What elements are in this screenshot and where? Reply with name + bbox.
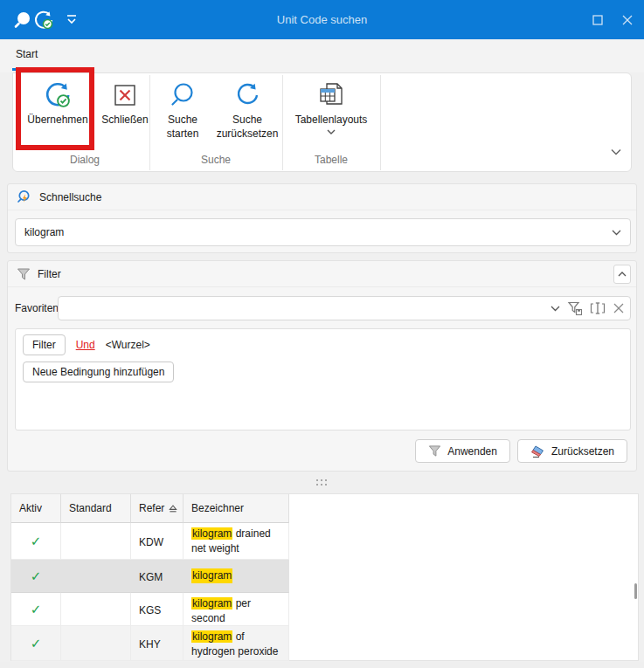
chevron-down-icon — [327, 129, 336, 134]
bezeichner-cell[interactable]: kilogram per second — [184, 593, 289, 626]
reset-refresh-icon — [233, 77, 261, 114]
eraser-icon — [530, 444, 545, 458]
grip-dots-icon — [316, 479, 329, 486]
highlighted-match: kilogram — [191, 630, 232, 643]
aktiv-cell[interactable] — [11, 626, 61, 661]
window-title: Unit Code suchen — [0, 0, 644, 39]
ribbon-collapse-chevron-icon[interactable] — [610, 148, 622, 155]
filter-label: Filter — [38, 268, 61, 280]
zuruecksetzen-button[interactable]: Zurücksetzen — [517, 439, 627, 463]
bezeichner-cell[interactable]: kilogram drained net weight — [184, 523, 289, 560]
uebernehmen-label: Übernehmen — [27, 114, 87, 127]
clear-icon[interactable] — [613, 302, 625, 314]
column-header-refer[interactable]: Refer — [131, 494, 184, 523]
apply-refresh-icon — [43, 77, 73, 114]
grid-header-row: Aktiv Standard Refer Bezeichner — [11, 494, 289, 523]
results-grid: Aktiv Standard Refer Bezeichner KDW kilo… — [10, 493, 639, 661]
filter-funnel-icon — [17, 267, 31, 281]
aktiv-cell[interactable] — [11, 523, 61, 560]
tab-start[interactable]: Start — [16, 48, 38, 60]
uebernehmen-button[interactable]: Übernehmen — [20, 77, 95, 152]
sort-ascending-icon — [169, 505, 177, 513]
column-header-aktiv[interactable]: Aktiv — [11, 494, 61, 523]
filter-header: Filter — [8, 261, 636, 287]
quick-search-panel: Schnellsuche kilogram — [7, 183, 637, 253]
save-filter-icon[interactable] — [567, 300, 583, 316]
highlighted-match: kilogram — [191, 568, 232, 583]
table-row[interactable]: KDW kilogram drained net weight — [11, 523, 289, 560]
refer-cell[interactable]: KDW — [131, 523, 184, 560]
standard-cell[interactable] — [61, 560, 131, 593]
root-node-label: <Wurzel> — [106, 339, 150, 351]
highlighted-match: kilogram — [191, 597, 232, 609]
table-row[interactable]: KGS kilogram per second — [11, 593, 289, 626]
quick-search-input[interactable]: kilogram — [15, 218, 631, 246]
vertical-scrollbar-thumb[interactable] — [634, 583, 637, 599]
column-header-refer-label: Refer — [139, 502, 164, 514]
chevron-down-icon[interactable] — [612, 230, 621, 236]
group-separator — [380, 75, 381, 170]
anwenden-label: Anwenden — [447, 445, 497, 458]
suche-zuruecksetzen-button[interactable]: Suche zurücksetzen — [212, 77, 282, 152]
table-row-selected[interactable]: KGM kilogram — [11, 560, 289, 593]
apply-funnel-icon — [428, 444, 441, 458]
standard-cell[interactable] — [61, 593, 131, 626]
filter-panel: Filter Favoriten — [7, 260, 637, 472]
ribbon-tabstrip: Start — [0, 39, 644, 72]
ribbon: Übernehmen Schließen Dialog Suche start — [12, 72, 632, 172]
close-box-icon — [113, 77, 137, 114]
zuruecksetzen-label: Zurücksetzen — [551, 445, 614, 458]
window-bottom-edge — [0, 662, 644, 668]
bezeichner-cell[interactable]: kilogram — [184, 560, 289, 593]
filter-collapse-button[interactable] — [613, 265, 631, 284]
quick-search-icon — [17, 189, 32, 205]
unit-code-search-window: Unit Code suchen Start — [0, 0, 644, 668]
standard-cell[interactable] — [61, 626, 131, 661]
close-button[interactable] — [613, 0, 642, 39]
suche-starten-button[interactable]: Suche starten — [156, 77, 209, 152]
aktiv-cell[interactable] — [11, 560, 61, 593]
bezeichner-cell[interactable]: kilogram of hydrogen peroxide — [184, 626, 289, 661]
favorites-label: Favoriten — [15, 302, 58, 314]
quick-search-value: kilogram — [24, 226, 612, 238]
operator-und-link[interactable]: Und — [76, 339, 95, 351]
table-layout-icon — [316, 77, 346, 114]
filter-builder: Filter Und <Wurzel> Neue Bedingung hinzu… — [15, 328, 631, 430]
refer-cell[interactable]: KHY — [131, 626, 184, 661]
schliessen-button[interactable]: Schließen — [99, 77, 151, 152]
column-header-standard[interactable]: Standard — [61, 494, 131, 523]
group-label-suche: Suche — [149, 154, 282, 166]
quick-search-label: Schnellsuche — [39, 191, 101, 203]
suche-zuruecksetzen-label: Suche zurücksetzen — [212, 114, 282, 141]
tabellenlayouts-label: Tabellenlayouts — [295, 114, 368, 127]
filter-root-button[interactable]: Filter — [23, 334, 66, 355]
titlebar: Unit Code suchen — [0, 0, 644, 39]
add-condition-button[interactable]: Neue Bedingung hinzufügen — [23, 362, 174, 382]
rename-icon[interactable] — [590, 301, 606, 315]
search-icon — [169, 77, 197, 114]
quick-search-header: Schnellsuche — [8, 184, 636, 210]
favorites-combobox[interactable] — [58, 296, 631, 320]
column-header-bezeichner[interactable]: Bezeichner — [184, 494, 289, 523]
refer-cell[interactable]: KGS — [131, 593, 184, 626]
table-row[interactable]: KHY kilogram of hydrogen peroxide — [11, 626, 289, 661]
favorites-row: Favoriten — [15, 296, 631, 320]
schliessen-label: Schließen — [101, 114, 148, 127]
active-tab-underline — [12, 68, 54, 71]
suche-starten-label: Suche starten — [156, 114, 209, 141]
anwenden-button[interactable]: Anwenden — [415, 439, 510, 463]
aktiv-cell[interactable] — [11, 593, 61, 626]
group-label-dialog: Dialog — [20, 154, 149, 166]
tabellenlayouts-button[interactable]: Tabellenlayouts — [287, 77, 375, 152]
group-label-tabelle: Tabelle — [282, 154, 380, 166]
check-icon — [31, 568, 42, 583]
standard-cell[interactable] — [61, 523, 131, 560]
check-icon — [31, 636, 42, 651]
chevron-down-icon[interactable] — [551, 306, 560, 312]
check-icon — [31, 602, 42, 616]
refer-cell[interactable]: KGM — [131, 560, 184, 593]
splitter-handle[interactable] — [0, 472, 644, 492]
check-icon — [31, 534, 42, 548]
maximize-button[interactable] — [583, 0, 613, 39]
highlighted-match: kilogram — [191, 527, 232, 540]
